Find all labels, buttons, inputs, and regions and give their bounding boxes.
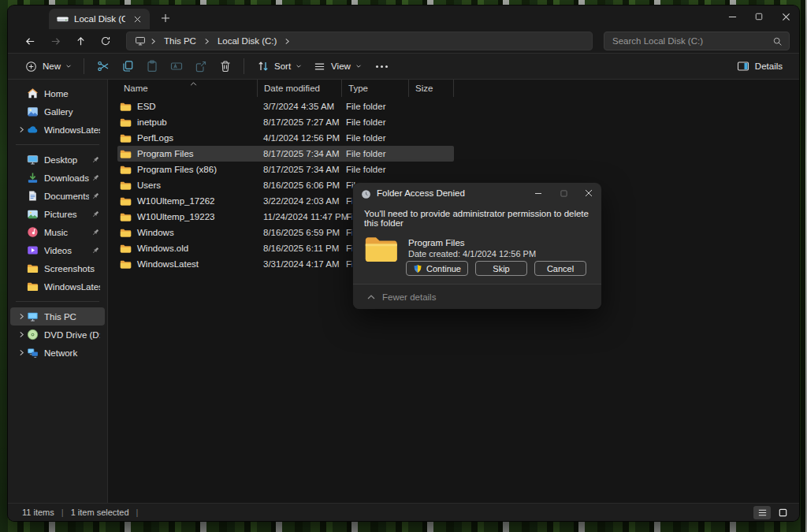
dvd-icon bbox=[27, 329, 39, 340]
breadcrumb-this-pc[interactable]: This PC bbox=[161, 35, 199, 47]
pin-icon bbox=[91, 155, 100, 165]
breadcrumb[interactable]: This PC Local Disk (C:) bbox=[126, 32, 593, 50]
chevron-right-icon bbox=[151, 38, 156, 45]
up-button[interactable] bbox=[69, 32, 91, 50]
pin-icon bbox=[91, 246, 100, 255]
gallery-icon bbox=[27, 106, 39, 117]
file-type: File folder bbox=[342, 102, 409, 111]
dialog-minimize-button[interactable] bbox=[526, 185, 551, 201]
cut-button[interactable] bbox=[91, 56, 115, 77]
more-options-button[interactable] bbox=[367, 61, 396, 72]
chevron-right-icon[interactable] bbox=[17, 313, 27, 320]
sidebar-item-gallery[interactable]: Gallery bbox=[10, 102, 105, 121]
chevron-right-icon[interactable] bbox=[17, 331, 27, 338]
new-button[interactable]: New bbox=[19, 56, 77, 77]
skip-button[interactable]: Skip bbox=[475, 261, 527, 276]
column-headers: NameDate modifiedTypeSize bbox=[117, 80, 454, 97]
share-button[interactable] bbox=[188, 56, 213, 77]
refresh-button[interactable] bbox=[95, 32, 117, 50]
dialog-close-button[interactable] bbox=[576, 185, 601, 201]
sort-button[interactable]: Sort bbox=[251, 56, 307, 77]
column-header-name[interactable]: Name bbox=[117, 80, 258, 97]
folder-icon bbox=[27, 262, 39, 274]
chevron-right-icon[interactable] bbox=[17, 349, 27, 356]
sidebar-item-this-pc[interactable]: This PC bbox=[10, 307, 105, 326]
dialog-maximize-button[interactable] bbox=[551, 185, 576, 201]
cancel-button[interactable]: Cancel bbox=[534, 261, 586, 276]
date-modified: 8/17/2025 7:34 AM bbox=[258, 165, 342, 174]
column-header-type[interactable]: Type bbox=[342, 80, 409, 97]
chevron-up-icon bbox=[367, 295, 375, 299]
table-row[interactable]: Program Files8/17/2025 7:34 AMFile folde… bbox=[117, 146, 454, 162]
breadcrumb-local-disk-c[interactable]: Local Disk (C:) bbox=[214, 35, 280, 47]
chevron-right-icon[interactable] bbox=[17, 126, 27, 133]
table-row[interactable]: Program Files (x86)8/17/2025 7:34 AMFile… bbox=[117, 162, 454, 177]
close-button[interactable] bbox=[772, 6, 799, 28]
details-pane-button[interactable]: Details bbox=[731, 56, 788, 77]
paste-button[interactable] bbox=[139, 56, 164, 77]
sidebar-item-home[interactable]: Home bbox=[10, 84, 105, 102]
status-separator: | bbox=[61, 508, 64, 517]
sidebar-item-downloads[interactable]: Downloads bbox=[10, 169, 105, 187]
rename-button[interactable] bbox=[164, 56, 188, 77]
back-button[interactable] bbox=[19, 32, 41, 50]
file-name: inetpub bbox=[137, 117, 167, 127]
copy-button[interactable] bbox=[115, 56, 139, 77]
sidebar-item-documents[interactable]: Documents bbox=[10, 187, 105, 205]
date-modified: 8/17/2025 7:27 AM bbox=[258, 117, 342, 127]
sidebar-item-windowslatest-pe[interactable]: WindowsLatest - Pe bbox=[10, 121, 105, 139]
large-icons-view-toggle[interactable] bbox=[774, 506, 791, 519]
tab-local-disk-c[interactable]: Local Disk (C:) bbox=[49, 9, 150, 29]
new-tab-button[interactable] bbox=[156, 9, 175, 28]
rename-icon bbox=[169, 60, 183, 73]
column-header-size[interactable]: Size bbox=[409, 80, 454, 97]
status-separator: | bbox=[136, 508, 139, 517]
view-button[interactable]: View bbox=[307, 56, 367, 77]
window-controls bbox=[719, 6, 799, 29]
pictures-icon bbox=[27, 208, 39, 220]
table-row[interactable]: PerfLogs4/1/2024 12:56 PMFile folder bbox=[117, 130, 454, 146]
date-modified: 3/22/2024 2:03 AM bbox=[258, 196, 342, 206]
maximize-button[interactable] bbox=[746, 6, 772, 28]
forward-button[interactable] bbox=[44, 32, 66, 50]
sidebar-item-windowslatest[interactable]: WindowsLatest bbox=[10, 277, 105, 296]
search-icon[interactable] bbox=[772, 36, 783, 47]
details-view-toggle[interactable] bbox=[753, 506, 771, 519]
continue-button[interactable]: Continue bbox=[406, 261, 468, 276]
column-header-date-modified[interactable]: Date modified bbox=[258, 80, 342, 97]
status-bar: 11 items | 1 item selected | bbox=[8, 503, 799, 521]
videos-icon bbox=[27, 244, 39, 256]
drive-icon bbox=[57, 14, 69, 24]
sidebar-item-label: Videos bbox=[44, 246, 89, 255]
view-icon bbox=[313, 60, 326, 73]
sort-icon bbox=[256, 60, 270, 73]
copy-icon bbox=[121, 60, 134, 73]
file-type: File folder bbox=[342, 117, 409, 127]
sidebar-item-network[interactable]: Network bbox=[10, 344, 105, 362]
search-input[interactable] bbox=[612, 36, 772, 46]
sidebar-item-screenshots[interactable]: Screenshots bbox=[10, 259, 105, 277]
sidebar-item-dvd-drive-d-ccc[interactable]: DVD Drive (D:) CCC bbox=[10, 326, 105, 344]
sidebar-item-desktop[interactable]: Desktop bbox=[10, 151, 105, 169]
sidebar-item-videos[interactable]: Videos bbox=[10, 241, 105, 259]
table-row[interactable]: ESD3/7/2024 4:35 AMFile folder bbox=[117, 99, 454, 114]
delete-button[interactable] bbox=[213, 56, 237, 77]
sidebar-item-label: WindowsLatest bbox=[44, 282, 100, 292]
minimize-button[interactable] bbox=[719, 6, 746, 28]
sidebar-item-music[interactable]: Music bbox=[10, 223, 105, 241]
table-row[interactable]: inetpub8/17/2025 7:27 AMFile folder bbox=[117, 114, 454, 130]
fewer-details-label: Fewer details bbox=[382, 292, 436, 302]
date-modified: 11/24/2024 11:47 PM bbox=[258, 212, 342, 221]
share-icon bbox=[194, 60, 207, 73]
tab-title: Local Disk (C:) bbox=[74, 14, 125, 24]
selection-count: 1 item selected bbox=[71, 508, 129, 517]
toolbar-separator bbox=[84, 58, 84, 74]
navigation-sidebar: HomeGalleryWindowsLatest - PeDesktopDown… bbox=[8, 80, 108, 503]
pin-icon bbox=[91, 210, 100, 219]
fewer-details-toggle[interactable]: Fewer details bbox=[353, 284, 601, 309]
music-icon bbox=[27, 226, 39, 238]
new-button-label: New bbox=[43, 61, 61, 71]
tab-close-icon[interactable] bbox=[131, 13, 143, 25]
file-name: Windows bbox=[137, 228, 174, 237]
sidebar-item-pictures[interactable]: Pictures bbox=[10, 205, 105, 223]
